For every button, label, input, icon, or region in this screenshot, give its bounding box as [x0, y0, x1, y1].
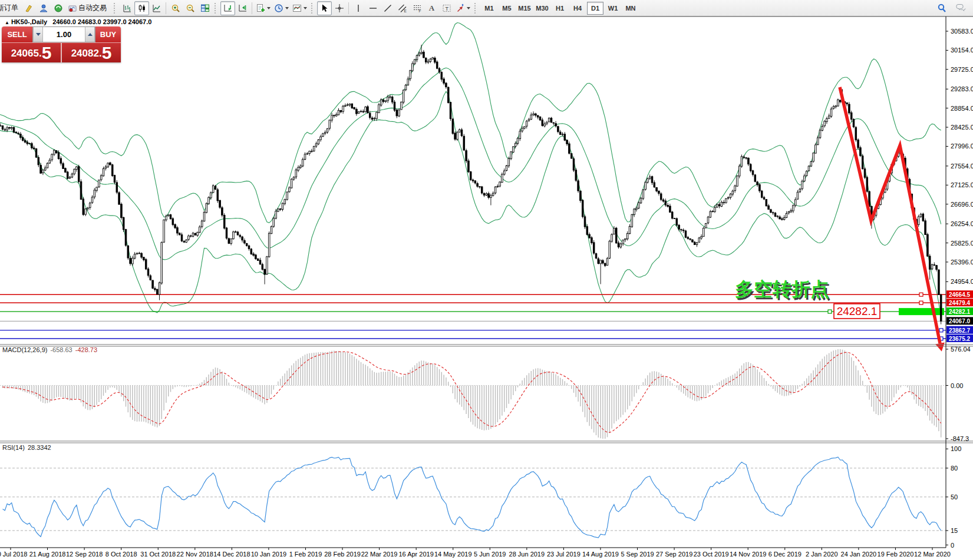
- svg-text:6 Dec 2019: 6 Dec 2019: [768, 551, 802, 558]
- svg-text:576.04: 576.04: [951, 346, 971, 353]
- bars-chart-icon[interactable]: [120, 1, 134, 15]
- symbol-marker-icon: ▲: [5, 20, 9, 25]
- svg-text:26696.0: 26696.0: [951, 201, 973, 208]
- support-zone-band: [899, 308, 944, 315]
- svg-text:27554.0: 27554.0: [951, 163, 973, 170]
- volume-stepper: 1.00: [32, 26, 95, 42]
- chart-ohlc-values: 24660.0 24683.0 23997.0 24067.0: [52, 18, 151, 25]
- zoom-in-icon[interactable]: [168, 1, 183, 15]
- fibonacci-icon[interactable]: F: [410, 1, 424, 15]
- chevron-down-icon: [285, 7, 289, 9]
- chat-icon[interactable]: [954, 1, 968, 15]
- one-click-trade-panel: SELL 1.00 BUY 24065.5 24082.5: [2, 26, 121, 62]
- broadcast-icon[interactable]: [51, 1, 65, 15]
- svg-text:28854.0: 28854.0: [951, 105, 973, 112]
- vertical-line-icon[interactable]: [351, 1, 365, 15]
- volume-decrease-button[interactable]: [33, 27, 43, 42]
- line-chart-icon[interactable]: [149, 1, 164, 15]
- trendline-icon[interactable]: [380, 1, 395, 15]
- profile-icon[interactable]: [36, 1, 51, 15]
- timeframe-m15[interactable]: M15: [516, 2, 533, 15]
- svg-text:25396.0: 25396.0: [951, 259, 973, 266]
- svg-text:50: 50: [951, 493, 958, 501]
- svg-text:22 Mar 2019: 22 Mar 2019: [361, 551, 398, 558]
- svg-text:0: 0: [951, 542, 954, 549]
- svg-text:14 Aug 2019: 14 Aug 2019: [582, 551, 619, 558]
- sell-price[interactable]: 24065.5: [2, 43, 61, 62]
- toolbar-separator: [166, 2, 166, 14]
- autotrade-button[interactable]: 自动交易: [65, 1, 111, 15]
- svg-text:24067.0: 24067.0: [949, 318, 971, 324]
- svg-text:27125.0: 27125.0: [951, 181, 973, 188]
- period-button[interactable]: [272, 1, 291, 15]
- new-order-button[interactable]: 新订单: [0, 1, 21, 15]
- chart-canvas[interactable]: 24282.1多空转折点多空转折点30583.030154.029725.029…: [0, 0, 973, 560]
- svg-text:23862.7: 23862.7: [949, 327, 971, 334]
- cursor-icon[interactable]: [317, 1, 332, 15]
- rsi-value: 28.3342: [28, 444, 51, 451]
- toolbar-grip: [215, 3, 219, 14]
- toolbar-grip: [311, 3, 315, 14]
- timeframe-h4[interactable]: H4: [569, 2, 586, 15]
- timeframe-mn[interactable]: MN: [622, 2, 639, 15]
- svg-text:100: 100: [951, 445, 961, 452]
- sell-button[interactable]: SELL: [2, 26, 32, 42]
- toolbar-right-group: [934, 1, 968, 15]
- rsi-name: RSI(14): [2, 444, 25, 451]
- svg-text:2 Jan 2020: 2 Jan 2020: [806, 551, 837, 558]
- svg-text:30 Jul 2018: 30 Jul 2018: [0, 551, 27, 558]
- volume-value[interactable]: 1.00: [43, 27, 85, 42]
- buy-price[interactable]: 24082.5: [62, 43, 121, 62]
- timeframe-h1[interactable]: H1: [552, 2, 568, 15]
- svg-text:0.00: 0.00: [951, 382, 963, 389]
- timeframe-m5[interactable]: M5: [499, 2, 515, 15]
- toolbar-separator: [252, 2, 252, 14]
- timeframe-m1[interactable]: M1: [481, 2, 497, 15]
- tile-windows-icon[interactable]: [197, 1, 212, 15]
- trading-terminal-window: 新订单 自动交易: [0, 0, 973, 560]
- chart-title: ▲HK50-,Daily 24660.0 24683.0 23997.0 240…: [5, 18, 151, 25]
- timeframe-m30[interactable]: M30: [534, 2, 550, 15]
- timeframe-d1[interactable]: D1: [587, 2, 603, 15]
- chevron-down-icon: [304, 7, 307, 9]
- toolbar-grip: [114, 3, 118, 14]
- svg-text:12 Mar 2020: 12 Mar 2020: [914, 551, 951, 558]
- search-icon[interactable]: [934, 1, 949, 15]
- add-indicator-button[interactable]: [254, 1, 272, 15]
- wand-icon[interactable]: [21, 1, 36, 15]
- toolbar-separator: [348, 2, 349, 14]
- zoom-out-icon[interactable]: [183, 1, 197, 15]
- svg-text:15: 15: [951, 527, 958, 534]
- chart-symbol-period: HK50-,Daily: [11, 18, 47, 25]
- svg-text:-847.3: -847.3: [951, 435, 969, 442]
- chart-shift-icon[interactable]: [235, 1, 250, 15]
- svg-text:26254.0: 26254.0: [951, 220, 973, 227]
- macd-signal-value: -428.73: [75, 346, 97, 353]
- channel-icon[interactable]: E: [395, 1, 410, 15]
- timeframe-w1[interactable]: W1: [605, 2, 621, 15]
- autoscroll-icon[interactable]: [220, 1, 235, 15]
- svg-text:29725.0: 29725.0: [951, 66, 973, 73]
- svg-text:16 Apr 2019: 16 Apr 2019: [398, 551, 433, 558]
- horizontal-line-icon[interactable]: [365, 1, 380, 15]
- crosshair-icon[interactable]: [332, 1, 347, 15]
- svg-text:8 Oct 2018: 8 Oct 2018: [105, 551, 137, 558]
- arrows-button[interactable]: [454, 1, 472, 15]
- volume-increase-button[interactable]: [85, 27, 95, 42]
- candles-chart-icon[interactable]: [134, 1, 149, 15]
- buy-button[interactable]: BUY: [95, 26, 121, 42]
- timeframe-group: M1M5M15M30H1H4D1W1MN: [480, 2, 639, 15]
- svg-text:22 Nov 2018: 22 Nov 2018: [177, 551, 213, 558]
- turning-point-annotation[interactable]: 多空转折点: [735, 279, 829, 300]
- svg-text:24479.4: 24479.4: [949, 300, 971, 306]
- svg-text:28425.0: 28425.0: [951, 124, 973, 131]
- price-callout-text: 24282.1: [837, 305, 878, 317]
- svg-text:23 Jul 2019: 23 Jul 2019: [547, 551, 580, 558]
- autotrade-label: 自动交易: [78, 3, 107, 13]
- svg-text:14 Dec 2018: 14 Dec 2018: [213, 551, 250, 558]
- template-button[interactable]: [291, 1, 309, 15]
- svg-text:19 Feb 2020: 19 Feb 2020: [878, 551, 914, 558]
- label-icon[interactable]: T: [439, 1, 454, 15]
- triangle-up-icon: [88, 33, 93, 36]
- text-icon[interactable]: A: [424, 1, 439, 15]
